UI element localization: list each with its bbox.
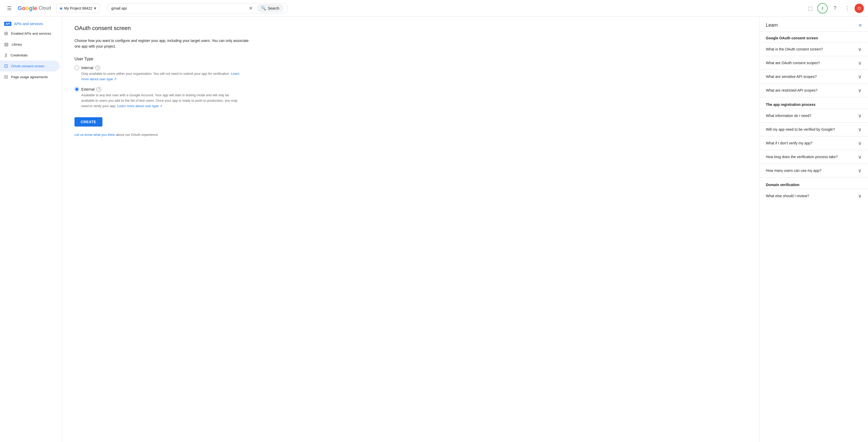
more-options-icon[interactable]: ⋮	[842, 3, 852, 13]
cloud-text: Cloud	[39, 5, 51, 11]
learn-item-how-many[interactable]: How many users can use my app? ∨	[760, 164, 868, 177]
external-option: External ? Available to any test user wi…	[74, 87, 747, 109]
learn-item-what-info[interactable]: What information do I need? ∨	[760, 109, 868, 122]
external-description: Available to any test user with a Google…	[81, 93, 242, 109]
library-icon: ▤	[4, 41, 8, 47]
create-button[interactable]: CREATE	[74, 117, 102, 126]
google-cloud-logo[interactable]: Google Cloud	[18, 5, 51, 12]
page-description: Choose how you want to configure and reg…	[74, 38, 255, 50]
terminal-icon[interactable]: ⬚	[805, 3, 815, 13]
avatar[interactable]: O	[855, 4, 864, 13]
internal-label: Internal	[81, 66, 93, 70]
external-help-icon[interactable]: ?	[96, 87, 101, 92]
notifications-badge[interactable]: 2	[817, 3, 828, 13]
topbar-icons: ⬚ 2 ? ⋮ O	[805, 3, 864, 13]
learn-item-need-verified[interactable]: Will my app need to be verified by Googl…	[760, 122, 868, 136]
sidebar-item-page-usage[interactable]: ⊟ Page usage agreements	[0, 71, 60, 82]
sidebar-item-label: Page usage agreements	[11, 75, 48, 79]
search-box: ✕ 🔍 Search	[107, 3, 288, 13]
sidebar-item-credentials[interactable]: ⚷ Credentials	[0, 50, 60, 61]
main-content: OAuth consent screen Choose how you want…	[62, 17, 760, 442]
project-name: My Project 68422	[64, 6, 92, 10]
chevron-down-icon: ∨	[858, 193, 862, 199]
search-icon: 🔍	[261, 6, 266, 10]
chevron-down-icon: ∨	[858, 73, 862, 80]
learn-item-restricted-scopes[interactable]: What are restricted API scopes? ∨	[760, 83, 868, 97]
sidebar-item-label: Enabled APIs and services	[11, 32, 51, 35]
learn-header: Learn »	[760, 17, 868, 32]
learn-item-sensitive-scopes[interactable]: What are sensitive API scopes? ∨	[760, 69, 868, 83]
learn-item-how-long[interactable]: How long does the verification process t…	[760, 150, 868, 164]
topbar: ☰ Google Cloud ◈ My Project 68422 ▾ ✕ 🔍 …	[0, 0, 868, 17]
sidebar-item-label: Credentials	[10, 53, 28, 57]
internal-description: Only available to users within your orga…	[81, 71, 242, 82]
sidebar: API APIs and services ⊞ Enabled APIs and…	[0, 17, 62, 442]
chevron-down-icon: ∨	[858, 154, 862, 160]
credentials-icon: ⚷	[4, 52, 7, 58]
learn-collapse-button[interactable]: »	[859, 22, 862, 28]
google-oauth-section-header: Google OAuth consent screen	[760, 32, 868, 42]
chevron-down-icon: ∨	[858, 140, 862, 146]
sidebar-header-label: APIs and services	[14, 22, 43, 26]
search-clear-icon[interactable]: ✕	[249, 5, 253, 11]
project-dropdown-icon: ▾	[94, 5, 96, 11]
sidebar-item-library[interactable]: ▤ Library	[0, 39, 60, 50]
oauth-icon: ⊡	[4, 63, 8, 69]
chevron-down-icon: ∨	[858, 113, 862, 119]
layout: API APIs and services ⊞ Enabled APIs and…	[0, 17, 868, 442]
chevron-down-icon: ∨	[858, 46, 862, 52]
app-reg-section-header: The app registration process	[760, 97, 868, 109]
chevron-down-icon: ∨	[858, 60, 862, 66]
internal-radio[interactable]	[74, 65, 79, 70]
learn-item-what-is-oauth[interactable]: What is the OAuth consent screen? ∨	[760, 42, 868, 56]
learn-title: Learn	[766, 23, 778, 28]
chevron-down-icon: ∨	[858, 87, 862, 93]
external-label: External	[81, 87, 94, 91]
domain-section-header: Domain verification	[760, 177, 868, 189]
menu-icon[interactable]: ☰	[4, 3, 14, 13]
sidebar-item-label: Library	[12, 42, 22, 46]
chevron-down-icon: ∨	[858, 168, 862, 174]
page-title: OAuth consent screen	[74, 25, 747, 32]
external-label-row[interactable]: External ?	[74, 87, 747, 92]
project-icon: ◈	[60, 6, 63, 10]
learn-item-what-else[interactable]: What else should I review? ∨	[760, 189, 868, 203]
learn-panel: Learn » Google OAuth consent screen What…	[760, 17, 868, 442]
external-radio[interactable]	[74, 87, 79, 92]
help-icon[interactable]: ?	[830, 3, 840, 13]
project-selector[interactable]: ◈ My Project 68422 ▾	[56, 4, 100, 13]
user-type-label: User Type	[74, 57, 747, 61]
api-badge: API	[4, 22, 11, 26]
feedback-link[interactable]: Let us know what you think	[74, 133, 115, 137]
page-usage-icon: ⊟	[4, 74, 8, 80]
sidebar-item-label: OAuth consent screen	[11, 64, 44, 68]
learn-item-oauth-scopes[interactable]: What are OAuth consent scopes? ∨	[760, 56, 868, 69]
sidebar-item-enabled[interactable]: ⊞ Enabled APIs and services	[0, 28, 60, 39]
sidebar-header: API APIs and services	[0, 19, 62, 28]
internal-label-row[interactable]: Internal ?	[74, 65, 747, 70]
search-button[interactable]: 🔍 Search	[257, 4, 283, 12]
internal-learn-more-link[interactable]: Learn more about user type ↗	[81, 72, 240, 81]
user-type-radio-group: Internal ? Only available to users withi…	[74, 65, 747, 109]
chevron-down-icon: ∨	[858, 126, 862, 132]
internal-option: Internal ? Only available to users withi…	[74, 65, 747, 82]
enabled-icon: ⊞	[4, 31, 8, 36]
learn-item-dont-verify[interactable]: What if I don't verify my app? ∨	[760, 136, 868, 150]
external-learn-more-link[interactable]: Learn more about user type ↗	[117, 104, 162, 108]
internal-help-icon[interactable]: ?	[95, 65, 100, 70]
sidebar-item-oauth[interactable]: ⊡ OAuth consent screen	[0, 61, 60, 71]
feedback-text: Let us know what you think about our OAu…	[74, 133, 747, 137]
search-input[interactable]	[111, 6, 249, 10]
